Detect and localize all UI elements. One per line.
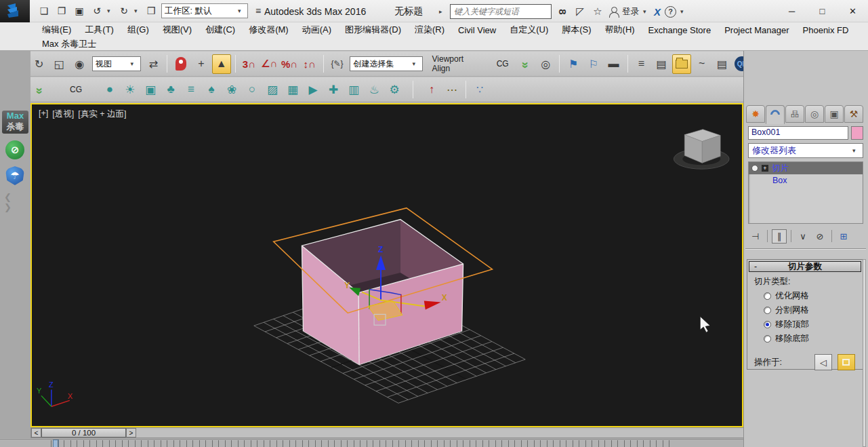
mirror-tool-button[interactable]: ⚑ — [564, 54, 583, 74]
close-button[interactable]: ✕ — [838, 0, 868, 22]
cg-chevrons-icon-2[interactable]: » — [30, 80, 49, 99]
modifier-stack-row-box[interactable]: Box — [749, 174, 863, 187]
view-cube[interactable] — [674, 130, 729, 170]
application-menu-button[interactable] — [0, 0, 30, 22]
current-frame-marker[interactable] — [53, 440, 59, 447]
radio-icon[interactable] — [764, 335, 771, 343]
render-teapot-button[interactable]: ♨ — [365, 80, 384, 100]
modifier-enable-bulb-icon[interactable] — [751, 165, 758, 172]
panel-button[interactable]: ▥ — [344, 80, 363, 100]
user-account-icon[interactable] — [608, 7, 618, 16]
pivot-point-button[interactable] — [171, 54, 190, 74]
menu-item[interactable]: Civil View — [451, 24, 503, 37]
grid-helper-button[interactable]: ↑ — [422, 80, 441, 100]
mirror-pivot-button[interactable]: ⇄ — [144, 54, 163, 74]
list-button[interactable]: ≡ — [182, 80, 201, 100]
select-and-rotate-button[interactable]: ↻ — [30, 54, 49, 74]
operate-on-polygons-button[interactable] — [838, 354, 855, 370]
open-file-button[interactable]: ❐ — [54, 3, 69, 18]
named-selection-set-dropdown[interactable]: 创建选择集 ▾ — [350, 56, 422, 71]
workspace-dropdown[interactable]: 工作区: 默认 ▾ — [161, 3, 248, 18]
configure-modifier-sets-button[interactable]: ⊞ — [836, 229, 851, 244]
select-and-scale-button[interactable]: ◱ — [50, 54, 69, 74]
select-similar-button[interactable]: ▲ — [212, 54, 231, 74]
undo-button[interactable]: ↺ — [89, 3, 104, 18]
menu-item[interactable]: 脚本(S) — [555, 22, 598, 37]
select-and-manipulate-button[interactable]: ◉ — [70, 54, 89, 74]
next-frame-button[interactable]: > — [126, 428, 136, 438]
forest-button[interactable]: ♣ — [161, 80, 180, 100]
tab-modify[interactable] — [766, 105, 785, 124]
antivirus-scan-button[interactable]: ⊘ — [5, 140, 24, 159]
menu-item[interactable]: 视图(V) — [156, 22, 199, 37]
object-name-field[interactable]: Box001 — [748, 126, 848, 140]
undo-dropdown-caret[interactable]: ▾ — [107, 7, 114, 14]
light-settings-button[interactable]: ⚙ — [385, 80, 404, 100]
spiral-tool-button[interactable]: ◎ — [536, 54, 555, 74]
modifier-list-dropdown[interactable]: 修改器列表 ▾ — [748, 143, 863, 158]
menu-item[interactable]: 编辑(E) — [35, 22, 78, 37]
layer-explorer-button[interactable]: ▤ — [652, 54, 671, 74]
previous-frame-button[interactable]: < — [31, 428, 41, 438]
cg-chevrons-icon[interactable]: » — [516, 54, 535, 73]
curve-editor-button[interactable]: ~ — [693, 54, 711, 74]
ring-button[interactable]: ○ — [243, 80, 262, 100]
search-input[interactable]: 键入关键字或短语 — [450, 4, 552, 19]
radio-icon[interactable] — [764, 307, 771, 314]
save-file-button[interactable]: ▣ — [72, 3, 87, 18]
menu-item[interactable]: Phoenix FD — [796, 24, 856, 37]
pin-stack-button[interactable]: ⊣ — [748, 229, 763, 244]
tab-create[interactable]: ✸ — [746, 105, 765, 123]
sphere-array-button[interactable]: ∵ — [470, 80, 489, 100]
tab-hierarchy[interactable]: 品 — [785, 105, 804, 123]
favorites-star-icon[interactable]: ☆ — [591, 5, 604, 18]
measure-distance-button[interactable]: ⋯ — [442, 80, 461, 100]
redo-dropdown-caret[interactable]: ▾ — [134, 7, 141, 14]
help-caret-icon[interactable]: ▾ — [680, 8, 687, 15]
dope-sheet-button[interactable]: ▤ — [713, 54, 732, 74]
radio-remove-bottom[interactable]: 移除底部 — [764, 333, 863, 345]
search-expand-icon[interactable]: ▸ — [439, 8, 446, 15]
perspective-viewport[interactable]: Z X Y Z Y X [+] [透视] [真实 + 边面] — [30, 103, 743, 427]
radio-refine-mesh[interactable]: 优化网格 — [764, 290, 863, 302]
cg-toolbar-label[interactable]: CG — [497, 59, 509, 69]
sign-in-caret-icon[interactable]: ▾ — [643, 8, 650, 15]
tab-display[interactable]: ▣ — [825, 105, 844, 123]
track-bar[interactable] — [0, 439, 745, 447]
radio-icon[interactable] — [764, 292, 771, 300]
workspace-menu-button[interactable]: ≡ — [251, 3, 266, 18]
menu-item[interactable]: 自定义(U) — [503, 22, 555, 37]
radio-remove-top[interactable]: 移除顶部 — [764, 319, 863, 330]
menu-item-antivirus[interactable]: Max 杀毒卫士 — [35, 37, 103, 52]
viewport-shading-label[interactable]: [真实 + 边面] — [78, 109, 126, 120]
tab-motion[interactable]: ◎ — [805, 105, 824, 123]
viewport-pov-label[interactable]: [透视] — [52, 109, 74, 120]
layer-bar-button[interactable]: ▬ — [604, 54, 623, 74]
autodesk-exchange-icon[interactable]: X — [654, 6, 661, 18]
viewport-split-button[interactable]: ▦ — [283, 80, 302, 100]
redo-button[interactable]: ↻ — [117, 3, 131, 18]
radio-icon[interactable] — [764, 321, 771, 328]
antivirus-shield-button[interactable]: ☂ — [5, 166, 24, 185]
rollout-collapse-icon[interactable]: - — [749, 262, 762, 271]
scene-explorer-button[interactable]: ≡ — [632, 54, 651, 74]
menu-item[interactable]: 渲染(R) — [408, 22, 451, 37]
help-icon[interactable]: ? — [665, 6, 676, 18]
time-slider-handle[interactable]: 0 / 100 — [41, 428, 126, 438]
percent-snap-toggle-button[interactable]: %∩ — [280, 54, 299, 74]
rollout-header[interactable]: - 切片参数 — [749, 261, 861, 272]
communication-center-icon[interactable]: ◸ — [573, 5, 587, 18]
menu-item[interactable]: 修改器(M) — [242, 22, 295, 37]
sign-in-button[interactable]: 登录 — [622, 6, 639, 18]
expand-modifier-icon[interactable]: + — [762, 165, 768, 172]
gutter-chevrons[interactable]: ❮ ❯ — [4, 192, 30, 212]
toggle-layer-explorer-button[interactable] — [672, 54, 691, 74]
camera-button[interactable]: ▣ — [141, 80, 160, 100]
panel-scrollbar[interactable] — [863, 259, 866, 447]
project-folder-button[interactable]: ❒ — [144, 3, 159, 18]
use-center-button[interactable]: + — [192, 54, 211, 74]
photo-button[interactable]: ▨ — [263, 80, 282, 100]
menu-item[interactable]: Exchange Store — [642, 24, 718, 37]
menu-item[interactable]: 帮助(H) — [598, 22, 642, 37]
search-icon[interactable]: 8 — [557, 5, 569, 18]
